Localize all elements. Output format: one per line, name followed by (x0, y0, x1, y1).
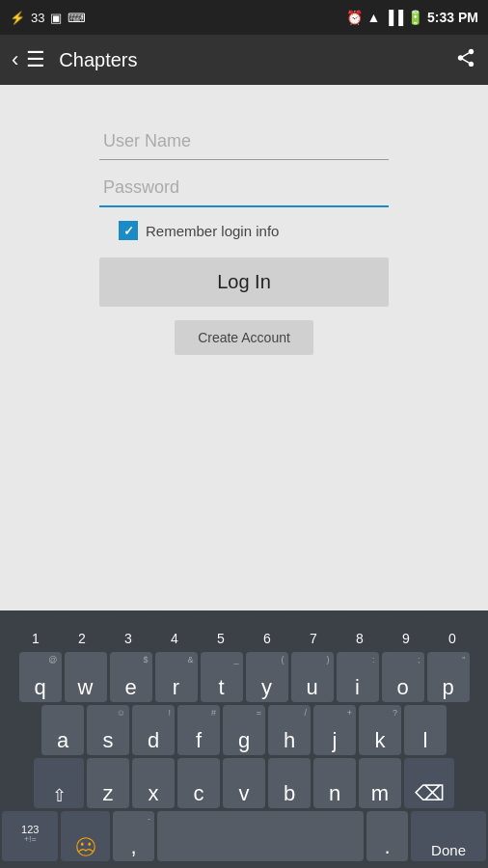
key-j[interactable]: +j (313, 705, 356, 755)
keyboard-row-1: @q w $e &r _t (y )u :i ;o "p (2, 652, 486, 702)
remember-row: Remember login info (119, 221, 279, 240)
share-icon (455, 47, 476, 68)
main-content: Remember login info Log In Create Accoun… (0, 85, 488, 610)
key-h[interactable]: /h (268, 705, 311, 755)
key-1[interactable]: 1 (14, 614, 58, 649)
keyboard: 1 2 3 4 5 6 7 8 9 0 @q w $e &r _t (y )u … (0, 610, 488, 868)
key-o[interactable]: ;o (382, 652, 424, 702)
form-container: Remember login info Log In Create Accoun… (99, 123, 389, 355)
key-7[interactable]: 7 (292, 614, 336, 649)
backspace-key[interactable]: ⌫ (404, 758, 454, 808)
keyboard-row-2: a ☺s !d #f =g /h +j ?k l (2, 705, 486, 755)
key-q[interactable]: @q (19, 652, 62, 702)
key-8[interactable]: 8 (339, 614, 382, 649)
key-a[interactable]: a (41, 705, 84, 755)
key-i[interactable]: :i (337, 652, 379, 702)
share-button[interactable] (455, 47, 476, 73)
key-n[interactable]: n (313, 758, 356, 808)
remember-label: Remember login info (146, 223, 279, 239)
key-k[interactable]: ?k (359, 705, 401, 755)
key-9[interactable]: 9 (385, 614, 428, 649)
status-bar-left: ⚡ 33 ▣ ⌨ (10, 11, 86, 25)
space-key[interactable] (157, 811, 364, 861)
key-l[interactable]: l (404, 705, 447, 755)
key-5[interactable]: 5 (200, 614, 243, 649)
status-bar-right: ⏰ ▲ ▐▐ 🔋 5:33 PM (346, 10, 478, 25)
username-input[interactable] (99, 123, 389, 160)
num-symbols-key[interactable]: 123 +!= (2, 811, 58, 861)
keyboard-icon: ⌨ (68, 11, 86, 25)
key-d[interactable]: !d (132, 705, 175, 755)
key-g[interactable]: =g (223, 705, 265, 755)
key-0[interactable]: 0 (431, 614, 474, 649)
period-key[interactable]: . (366, 811, 408, 861)
key-2[interactable]: 2 (61, 614, 104, 649)
back-button[interactable]: ‹ (12, 47, 18, 72)
media-icon: ▣ (50, 11, 62, 25)
key-c[interactable]: c (177, 758, 220, 808)
key-e[interactable]: $e (110, 652, 152, 702)
battery-icon: 🔋 (407, 10, 423, 25)
signal-icon: ▐▐ (384, 10, 403, 25)
shift-key[interactable]: ⇧ (34, 758, 84, 808)
key-4[interactable]: 4 (153, 614, 197, 649)
keyboard-row-4: 123 +!= -, . Done (2, 811, 486, 861)
key-3[interactable]: 3 (107, 614, 150, 649)
emoji-key[interactable] (61, 811, 110, 861)
keyboard-row-numbers: 1 2 3 4 5 6 7 8 9 0 (2, 614, 486, 649)
comma-key[interactable]: -, (113, 811, 154, 861)
key-m[interactable]: m (359, 758, 401, 808)
create-account-button[interactable]: Create Account (175, 320, 313, 355)
key-y[interactable]: (y (246, 652, 288, 702)
key-f[interactable]: #f (177, 705, 220, 755)
key-v[interactable]: v (223, 758, 265, 808)
wifi-icon: ▲ (366, 10, 380, 25)
key-6[interactable]: 6 (246, 614, 289, 649)
key-u[interactable]: )u (291, 652, 334, 702)
key-p[interactable]: "p (427, 652, 470, 702)
hamburger-menu-icon[interactable]: ☰ (26, 49, 45, 70)
key-x[interactable]: x (132, 758, 175, 808)
key-w[interactable]: w (65, 652, 107, 702)
key-s[interactable]: ☺s (87, 705, 129, 755)
status-bar: ⚡ 33 ▣ ⌨ ⏰ ▲ ▐▐ 🔋 5:33 PM (0, 0, 488, 35)
svg-point-2 (77, 838, 95, 855)
battery-percent: 33 (31, 11, 44, 25)
emoji-icon (75, 836, 96, 857)
page-title: Chapters (59, 49, 455, 71)
svg-point-0 (81, 843, 84, 847)
password-input[interactable] (99, 170, 389, 207)
key-b[interactable]: b (268, 758, 311, 808)
svg-point-1 (88, 843, 91, 847)
key-t[interactable]: _t (201, 652, 243, 702)
time-display: 5:33 PM (427, 10, 478, 25)
key-z[interactable]: z (87, 758, 129, 808)
keyboard-row-3: ⇧ z x c v b n m ⌫ (2, 758, 486, 808)
done-key[interactable]: Done (411, 811, 486, 861)
login-button[interactable]: Log In (99, 258, 389, 307)
remember-checkbox[interactable] (119, 221, 138, 240)
top-nav: ‹ ☰ Chapters (0, 35, 488, 85)
alarm-icon: ⏰ (346, 10, 363, 25)
key-r[interactable]: &r (155, 652, 198, 702)
usb-icon: ⚡ (10, 11, 25, 25)
